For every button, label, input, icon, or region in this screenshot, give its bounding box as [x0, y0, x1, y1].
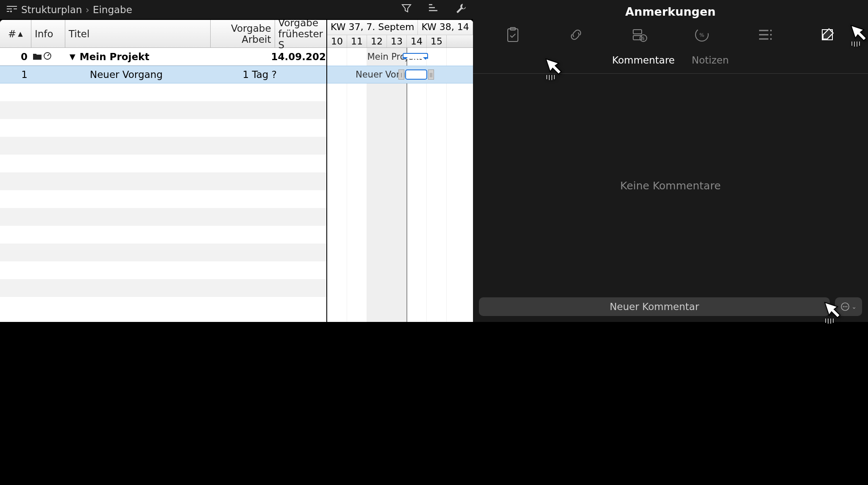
disclosure-triangle-icon[interactable]: ▼ [70, 52, 75, 61]
row-work [207, 48, 271, 65]
wrench-icon[interactable] [454, 2, 467, 17]
table-row[interactable]: 1 Neuer Vorgang 1 Tag ? [0, 66, 326, 83]
day-label: 12 [367, 35, 387, 47]
col-header-work[interactable]: VorgabeArbeit [211, 20, 275, 47]
row-info [31, 48, 65, 65]
table-row[interactable]: 0 ▼Mein Projekt 14.09.202 [0, 48, 326, 66]
list-icon[interactable] [755, 25, 775, 44]
breadcrumb-item[interactable]: Eingabe [93, 4, 132, 15]
panel-footer: Neuer Kommentar ⌄ [473, 297, 868, 322]
svg-point-11 [770, 34, 772, 36]
gantt-body[interactable]: Mein Projekt Neuer Vorgang | || [327, 48, 473, 322]
svg-point-15 [843, 306, 844, 308]
day-label: 15 [427, 35, 447, 47]
svg-point-16 [845, 306, 846, 308]
cost-icon[interactable]: $ [629, 25, 649, 44]
row-number: 1 [0, 66, 31, 83]
empty-rows [0, 83, 326, 315]
outline-icon[interactable] [427, 2, 440, 17]
svg-rect-4 [633, 30, 642, 34]
panel-subtabs: Kommentare Notizen [473, 50, 868, 74]
chevron-down-icon: ⌄ [851, 303, 857, 310]
bar-handle-right[interactable]: || [428, 69, 434, 80]
folder-icon [33, 51, 42, 62]
new-comment-button[interactable]: Neuer Kommentar [479, 297, 830, 316]
link-icon[interactable] [566, 25, 586, 44]
row-start: 14.09.202 [271, 48, 327, 65]
annotations-icon[interactable] [818, 25, 838, 44]
bar-handle-left[interactable]: | [398, 69, 404, 80]
svg-text:%: % [700, 32, 704, 38]
col-header-start[interactable]: Vorgabefrühester S [275, 20, 326, 47]
gantt-summary-bar[interactable] [403, 53, 428, 59]
svg-text:$: $ [642, 36, 644, 41]
row-number: 0 [0, 48, 31, 65]
row-title: ▼Mein Projekt [65, 48, 207, 65]
checklist-icon[interactable] [503, 25, 523, 44]
tab-comments[interactable]: Kommentare [612, 55, 675, 69]
panel-title: Anmerkungen [473, 0, 868, 22]
sort-asc-icon: ▲ [18, 30, 23, 38]
sheet: #▲ Info Titel VorgabeArbeit Vorgabefrühe… [0, 20, 473, 322]
filter-icon[interactable] [400, 2, 413, 17]
svg-rect-2 [508, 29, 518, 42]
svg-point-10 [770, 30, 772, 31]
more-button[interactable]: ⌄ [835, 297, 862, 316]
breadcrumb-item[interactable]: Strukturplan [21, 4, 82, 15]
day-label: 13 [387, 35, 407, 47]
clock-icon [43, 51, 52, 62]
svg-point-12 [770, 38, 772, 40]
outline-grid: #▲ Info Titel VorgabeArbeit Vorgabefrühe… [0, 20, 327, 322]
chevron-right-icon: › [86, 4, 89, 15]
week-label: KW 37, 7. Septem [327, 20, 418, 35]
gantt-day-header: 10 11 12 13 14 15 [327, 35, 473, 48]
day-label: 14 [407, 35, 427, 47]
svg-point-17 [846, 306, 848, 308]
panel-body: Keine Kommentare [473, 74, 868, 297]
col-header-info[interactable]: Info [31, 20, 65, 47]
gantt-chart[interactable]: KW 37, 7. Septem KW 38, 14 10 11 12 13 1… [327, 20, 473, 322]
day-label: 10 [327, 35, 347, 47]
row-work: 1 Tag ? [217, 66, 281, 83]
breadcrumb: Strukturplan › Eingabe [21, 4, 132, 15]
percent-icon[interactable]: % [692, 25, 712, 44]
inspector-panel: Anmerkungen $ % Kommentare Notizen Keine… [473, 0, 868, 322]
svg-point-0 [10, 11, 12, 12]
app-logo-icon [6, 4, 18, 15]
row-start [281, 66, 326, 83]
tab-notes[interactable]: Notizen [692, 55, 729, 69]
gantt-week-header: KW 37, 7. Septem KW 38, 14 [327, 20, 473, 35]
day-label: 11 [347, 35, 367, 47]
main-area: Strukturplan › Eingabe #▲ Info Titel Vor… [0, 0, 473, 322]
gantt-task-bar[interactable]: | || [398, 69, 434, 80]
week-label: KW 38, 14 [418, 20, 473, 35]
panel-icon-tabs: $ % [473, 22, 868, 50]
empty-state-text: Keine Kommentare [620, 180, 721, 192]
col-header-number[interactable]: #▲ [0, 20, 31, 47]
grid-header: #▲ Info Titel VorgabeArbeit Vorgabefrühe… [0, 20, 326, 48]
col-header-title[interactable]: Titel [65, 20, 211, 47]
row-info [31, 66, 65, 83]
row-title: Neuer Vorgang [65, 66, 217, 83]
top-bar: Strukturplan › Eingabe [0, 0, 473, 19]
